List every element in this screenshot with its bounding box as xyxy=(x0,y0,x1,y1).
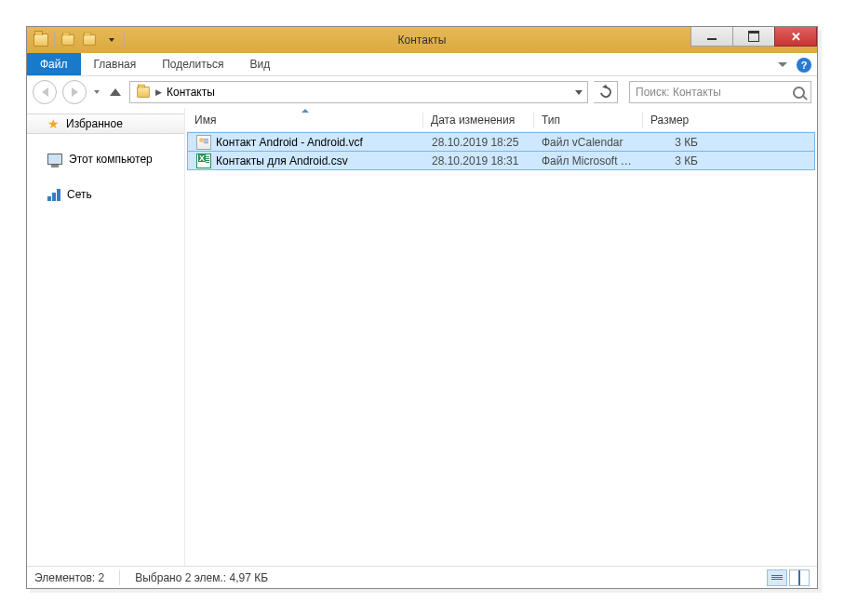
address-dropdown-icon[interactable] xyxy=(570,82,587,102)
navigation-row: ▶ Контакты Поиск: Контакты xyxy=(27,76,817,108)
refresh-button[interactable] xyxy=(594,81,618,103)
qat-dropdown-icon[interactable] xyxy=(100,30,121,50)
file-type: Файл vCalendar xyxy=(534,136,642,149)
file-type: Файл Microsoft Ex... xyxy=(534,154,642,167)
sidebar-label: Сеть xyxy=(67,188,92,201)
close-icon: ✕ xyxy=(791,30,801,44)
quick-access-toolbar xyxy=(27,30,127,50)
thumbnails-view-button[interactable] xyxy=(789,569,810,586)
help-icon[interactable]: ? xyxy=(797,58,811,73)
search-placeholder: Поиск: Контакты xyxy=(636,86,793,99)
file-row[interactable]: Контакты для Android.csv 28.10.2019 18:3… xyxy=(187,151,815,170)
body: ★ Избранное Этот компьютер Сеть Имя xyxy=(27,108,817,566)
file-size: 3 КБ xyxy=(642,154,705,167)
separator xyxy=(119,570,120,585)
back-button[interactable] xyxy=(33,80,57,104)
tab-file[interactable]: Файл xyxy=(27,53,81,75)
status-item-count: Элементов: 2 xyxy=(34,571,104,584)
minimize-button[interactable] xyxy=(690,27,733,47)
file-date: 28.10.2019 18:25 xyxy=(424,136,534,149)
excel-file-icon xyxy=(196,154,211,168)
details-view-button[interactable] xyxy=(767,569,787,586)
address-bar[interactable]: ▶ Контакты xyxy=(129,81,588,103)
computer-icon xyxy=(47,154,62,165)
titlebar[interactable]: Контакты ✕ xyxy=(27,27,817,53)
maximize-button[interactable] xyxy=(732,27,775,47)
file-date: 28.10.2019 18:31 xyxy=(424,154,534,167)
sidebar-item-network[interactable]: Сеть xyxy=(27,184,184,205)
sidebar-label: Этот компьютер xyxy=(69,153,153,166)
status-selection: Выбрано 2 элем.: 4,97 КБ xyxy=(135,571,268,584)
close-button[interactable]: ✕ xyxy=(774,27,817,47)
new-folder-icon[interactable] xyxy=(79,30,100,50)
network-icon xyxy=(47,188,60,201)
folder-icon[interactable] xyxy=(31,30,51,50)
status-bar: Элементов: 2 Выбрано 2 элем.: 4,97 КБ xyxy=(27,566,817,588)
separator xyxy=(124,32,125,48)
window-controls: ✕ xyxy=(691,27,817,47)
view-mode-buttons xyxy=(767,569,810,586)
sidebar-item-favorites[interactable]: ★ Избранное xyxy=(27,114,184,134)
up-button[interactable] xyxy=(107,84,124,100)
file-name: Контакты для Android.csv xyxy=(216,154,348,167)
file-list-pane: Имя Дата изменения Тип Размер Контакт An… xyxy=(185,108,817,566)
separator xyxy=(54,32,55,48)
breadcrumb-chevron-icon[interactable]: ▶ xyxy=(155,87,162,97)
search-icon xyxy=(793,87,805,99)
column-header-type[interactable]: Тип xyxy=(534,108,642,131)
tab-home[interactable]: Главная xyxy=(81,53,150,75)
column-header-date[interactable]: Дата изменения xyxy=(423,108,533,131)
details-view-icon xyxy=(771,575,783,580)
vcard-file-icon xyxy=(196,135,211,150)
folder-icon xyxy=(137,87,150,98)
column-headers: Имя Дата изменения Тип Размер xyxy=(185,108,817,132)
forward-button[interactable] xyxy=(62,80,87,104)
breadcrumb-folder[interactable]: Контакты xyxy=(167,86,215,99)
ribbon: Файл Главная Поделиться Вид ? xyxy=(27,53,817,76)
file-size: 3 КБ xyxy=(642,136,705,149)
file-row[interactable]: Контакт Android - Android.vcf 28.10.2019… xyxy=(187,132,815,152)
column-header-name[interactable]: Имя xyxy=(187,108,422,131)
refresh-icon xyxy=(597,85,613,100)
file-name: Контакт Android - Android.vcf xyxy=(216,136,363,149)
sidebar-item-this-pc[interactable]: Этот компьютер xyxy=(27,149,184,169)
tab-view[interactable]: Вид xyxy=(236,53,283,75)
explorer-window: Контакты ✕ Файл Главная Поделиться Вид ?… xyxy=(26,26,818,589)
sort-ascending-icon xyxy=(301,109,309,113)
navigation-pane: ★ Избранное Этот компьютер Сеть xyxy=(27,108,185,566)
sidebar-label: Избранное xyxy=(66,117,123,130)
star-icon: ★ xyxy=(47,117,60,130)
tab-share[interactable]: Поделиться xyxy=(149,53,236,75)
properties-icon[interactable] xyxy=(58,30,78,50)
history-dropdown-icon[interactable] xyxy=(92,90,101,94)
thumbnails-view-icon xyxy=(798,571,800,584)
column-header-size[interactable]: Размер xyxy=(643,108,710,131)
search-input[interactable]: Поиск: Контакты xyxy=(629,81,811,103)
ribbon-expand-icon[interactable] xyxy=(778,62,787,67)
